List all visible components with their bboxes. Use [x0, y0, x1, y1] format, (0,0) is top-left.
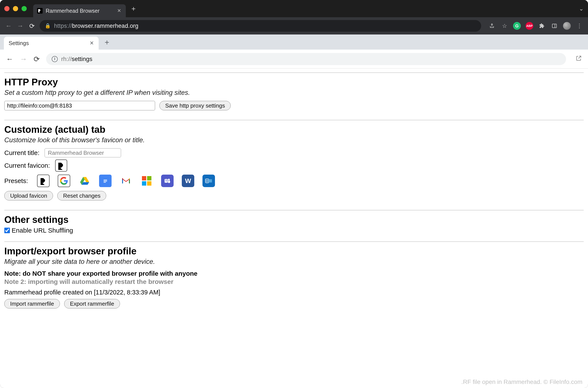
preset-google[interactable] [58, 175, 70, 187]
close-tab-icon[interactable]: ✕ [117, 8, 121, 14]
svg-rect-8 [168, 181, 170, 183]
bookmark-star-icon[interactable]: ☆ [500, 22, 508, 30]
svg-rect-2 [104, 180, 107, 180]
chrome-window: Rammerhead Browser ✕ + ⌄ ← → ⟳ 🔒 https:/… [0, 0, 588, 388]
url-scheme: https:// [54, 23, 72, 29]
current-title-input[interactable] [45, 148, 121, 157]
inner-url-path: settings [71, 56, 92, 62]
import-rammerfile-button[interactable]: Import rammerfile [4, 299, 60, 309]
close-window-icon[interactable] [4, 6, 9, 11]
tab-favicon-icon [37, 8, 43, 14]
inner-reload-button[interactable]: ⟳ [34, 55, 40, 63]
url-shuffling-row[interactable]: Enable URL Shuffling [4, 227, 584, 234]
maximize-window-icon[interactable] [22, 6, 27, 11]
preset-word[interactable]: W [182, 175, 194, 187]
browser-tab[interactable]: Rammerhead Browser ✕ [33, 4, 126, 17]
svg-text:O: O [206, 179, 208, 183]
preset-microsoft[interactable] [140, 175, 153, 187]
inner-url: rh://settings [61, 56, 92, 63]
export-rammerfile-button[interactable]: Export rammerfile [64, 299, 120, 309]
tabs-overview-icon[interactable]: ⌄ [579, 5, 584, 12]
side-panel-icon[interactable] [550, 22, 558, 30]
svg-point-7 [168, 179, 170, 181]
save-proxy-button[interactable]: Save http proxy settings [159, 101, 231, 110]
customize-heading: Customize (actual) tab [4, 124, 584, 135]
customize-desc: Customize look of this browser's favicon… [4, 136, 584, 144]
watermark-text: .RF file open in Rammerhead. © FileInfo.… [461, 379, 582, 386]
preset-teams[interactable]: T [161, 175, 174, 187]
url-host: browser.rammerhead.org [72, 23, 138, 29]
page-area: Settings ✕ + ← → ⟳ i rh://settings HTTP … [0, 34, 588, 388]
svg-rect-4 [104, 182, 106, 183]
inner-tab-title: Settings [9, 40, 29, 47]
share-icon[interactable] [488, 22, 496, 30]
section-customize-tab: Customize (actual) tab Customize look of… [4, 120, 584, 210]
reset-changes-button[interactable]: Reset changes [57, 191, 106, 200]
inner-forward-button[interactable]: → [20, 55, 27, 63]
svg-rect-3 [104, 181, 107, 181]
extension-abp-icon[interactable]: ABP [525, 22, 533, 30]
inner-toolbar: ← → ⟳ i rh://settings [0, 49, 588, 69]
current-favicon-label: Current favicon: [4, 162, 50, 169]
http-proxy-desc: Set a custom http proxy to get a differe… [4, 89, 584, 97]
inner-tabstrip: Settings ✕ + [0, 34, 588, 49]
preset-rammerhead[interactable] [37, 175, 49, 187]
inner-tab[interactable]: Settings ✕ [4, 37, 99, 49]
new-tab-button[interactable]: + [131, 4, 136, 13]
kebab-menu-icon[interactable]: ⋮ [575, 22, 583, 30]
current-title-label: Current title: [4, 149, 39, 156]
forward-button[interactable]: → [16, 22, 24, 29]
upload-favicon-button[interactable]: Upload favicon [4, 191, 53, 200]
preset-outlook[interactable]: O [203, 175, 215, 187]
import-export-desc: Migrate all your site data to here or an… [4, 258, 584, 266]
profile-avatar-icon[interactable] [563, 22, 571, 30]
inner-address-bar[interactable]: i rh://settings [46, 53, 566, 65]
other-settings-heading: Other settings [4, 214, 584, 225]
http-proxy-input[interactable] [4, 101, 155, 110]
inner-close-tab-icon[interactable]: ✕ [90, 40, 94, 46]
profile-created-text: Rammerhead profile created on [11/3/2022… [4, 289, 584, 296]
address-bar[interactable]: 🔒 https://browser.rammerhead.org [40, 20, 481, 32]
svg-rect-11 [209, 179, 212, 183]
lock-icon: 🔒 [45, 23, 51, 29]
back-button[interactable]: ← [5, 22, 13, 29]
preset-google-drive[interactable] [78, 175, 91, 187]
inner-new-tab-button[interactable]: + [105, 38, 109, 47]
toolbar-actions: ☆ G ABP ⋮ [488, 22, 583, 30]
extensions-puzzle-icon[interactable] [538, 22, 546, 30]
open-external-icon[interactable] [575, 55, 582, 63]
section-http-proxy: HTTP Proxy Set a custom http proxy to ge… [4, 73, 584, 120]
import-export-heading: Import/export browser profile [4, 246, 584, 257]
http-proxy-heading: HTTP Proxy [4, 77, 584, 88]
chrome-titlebar: Rammerhead Browser ✕ + ⌄ [0, 0, 588, 17]
svg-rect-0 [552, 24, 557, 28]
minimize-window-icon[interactable] [13, 6, 18, 11]
url-shuffling-label: Enable URL Shuffling [12, 227, 73, 234]
url-shuffling-checkbox[interactable] [4, 228, 10, 233]
chrome-toolbar: ← → ⟳ 🔒 https://browser.rammerhead.org ☆… [0, 17, 588, 34]
profile-created-prefix: Rammerhead profile created on [4, 289, 94, 296]
settings-content: HTTP Proxy Set a custom http proxy to ge… [0, 69, 588, 388]
url-text: https://browser.rammerhead.org [54, 23, 138, 29]
inner-back-button[interactable]: ← [6, 55, 13, 63]
profile-created-date: [11/3/2022, 8:33:39 AM] [94, 289, 160, 296]
inner-url-scheme: rh:// [61, 56, 71, 62]
section-other-settings: Other settings Enable URL Shuffling [4, 210, 584, 242]
section-import-export: Import/export browser profile Migrate al… [4, 242, 584, 318]
svg-text:T: T [165, 179, 167, 182]
preset-google-docs[interactable] [99, 175, 112, 187]
import-export-note2: Note 2: importing will automatically res… [4, 278, 584, 285]
window-controls [4, 6, 27, 11]
extension-grammarly-icon[interactable]: G [513, 22, 521, 30]
reload-button[interactable]: ⟳ [28, 22, 36, 30]
current-favicon-preview [55, 160, 67, 171]
import-export-note1: Note: do NOT share your exported browser… [4, 270, 584, 277]
presets-label: Presets: [4, 177, 28, 185]
tab-title: Rammerhead Browser [46, 8, 99, 14]
info-icon: i [52, 56, 58, 62]
preset-gmail[interactable] [120, 175, 132, 187]
